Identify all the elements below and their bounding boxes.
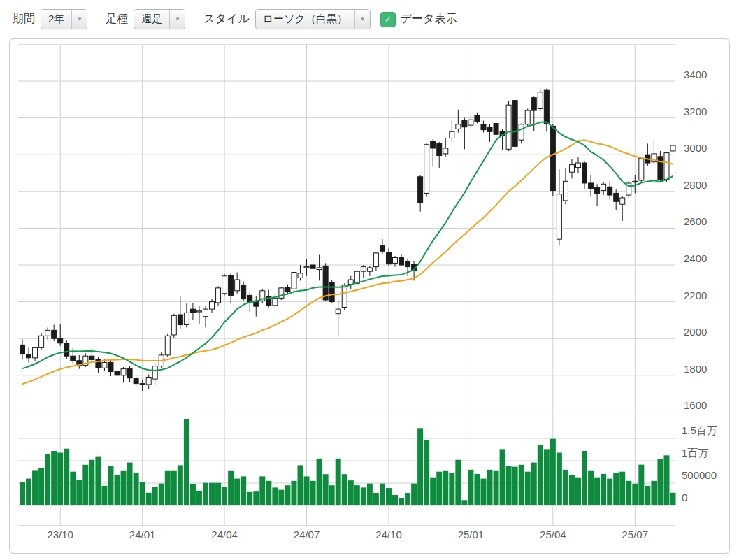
volume-bar — [82, 465, 88, 505]
volume-bar — [45, 454, 50, 505]
candlestick — [475, 115, 480, 122]
ma-short-line — [22, 122, 673, 371]
volume-bar — [342, 474, 347, 505]
volume-bar — [480, 479, 486, 505]
volume-bar — [184, 419, 189, 505]
candlestick — [538, 92, 543, 109]
candlestick — [639, 158, 644, 180]
price-volume-chart[interactable]: 3400320030002800260024002200200018001600… — [0, 0, 739, 560]
volume-bar — [405, 493, 410, 505]
volume-bar — [575, 478, 581, 505]
candlestick — [373, 253, 378, 267]
volume-bar — [645, 486, 650, 505]
volume-bar — [64, 449, 69, 505]
candlestick — [614, 193, 619, 201]
moving-averages — [22, 122, 673, 384]
volume-bar — [443, 471, 448, 505]
candlestick — [424, 145, 429, 194]
svg-text:3000: 3000 — [684, 142, 707, 154]
candlestick — [608, 187, 612, 195]
candlestick — [33, 347, 38, 357]
volume-bar — [411, 484, 417, 505]
volume-bar — [32, 470, 38, 505]
svg-text:25/01: 25/01 — [458, 529, 485, 540]
svg-text:24/10: 24/10 — [375, 529, 402, 540]
candlestick — [121, 369, 126, 375]
candlestick — [595, 188, 600, 194]
candlestick — [235, 280, 240, 291]
candlestick — [285, 287, 290, 292]
volume-bar — [266, 481, 271, 505]
candlestick — [443, 148, 448, 154]
candlestick — [563, 181, 568, 201]
volume-bar — [127, 463, 133, 505]
candlestick — [127, 369, 132, 378]
candlestick — [367, 268, 372, 271]
candlestick — [184, 313, 189, 324]
volume-bar — [317, 459, 322, 505]
volume-bar — [278, 490, 284, 505]
candlestick — [670, 145, 675, 151]
volume-bar — [563, 470, 568, 505]
volume-bar — [178, 465, 183, 505]
candlestick — [569, 165, 574, 173]
candlesticks — [20, 89, 676, 392]
candlestick — [418, 177, 423, 203]
volume-bar — [304, 476, 310, 505]
candlestick — [292, 273, 296, 289]
svg-text:24/01: 24/01 — [129, 529, 156, 540]
svg-text:3200: 3200 — [684, 106, 707, 117]
volume-bar — [215, 483, 221, 505]
volume-bar — [38, 468, 44, 505]
volume-bar — [234, 479, 240, 505]
candlestick — [525, 110, 530, 124]
candlestick — [658, 157, 663, 180]
candlestick — [544, 90, 549, 123]
volume-bar — [348, 480, 354, 505]
candlestick — [393, 257, 398, 263]
volume-bar — [525, 472, 531, 505]
candlestick — [317, 268, 322, 270]
volume-bar — [165, 471, 171, 505]
candlestick — [241, 285, 246, 299]
candlestick — [557, 194, 561, 239]
volume-bar — [519, 465, 524, 505]
candlestick — [52, 330, 57, 338]
volume-bar — [500, 449, 505, 505]
volume-bar — [209, 483, 215, 505]
volume-bar — [51, 451, 57, 505]
volume-bar — [329, 485, 335, 505]
volume-bar — [247, 492, 252, 505]
volume-bar — [297, 465, 303, 505]
svg-text:1百万: 1百万 — [682, 447, 708, 459]
candlestick — [64, 343, 69, 356]
volume-bar — [20, 482, 25, 505]
volume-bar — [323, 474, 329, 505]
candlestick — [550, 126, 555, 190]
candlestick — [89, 356, 94, 359]
volume-bar — [115, 475, 120, 505]
candlestick — [354, 271, 359, 283]
volume-bar — [392, 495, 398, 505]
candlestick — [298, 273, 303, 278]
volume-bar — [310, 481, 316, 505]
volume-bar — [152, 487, 158, 505]
volume-bar — [272, 487, 278, 505]
candlestick — [633, 181, 638, 182]
candlestick — [589, 183, 594, 189]
volume-bar — [455, 460, 461, 505]
volume-bar — [663, 455, 669, 505]
candlestick — [664, 153, 669, 180]
svg-text:500000: 500000 — [682, 469, 717, 481]
candlestick — [437, 143, 442, 155]
candlestick — [329, 282, 334, 302]
volume-bar — [70, 472, 76, 505]
svg-text:2200: 2200 — [684, 289, 707, 301]
volume-bar — [613, 473, 619, 505]
candlestick — [620, 198, 625, 204]
candlestick — [229, 275, 234, 295]
candlestick — [115, 372, 120, 375]
candlestick — [178, 315, 182, 324]
volume-bar — [538, 445, 543, 505]
volume-bar — [657, 459, 663, 505]
